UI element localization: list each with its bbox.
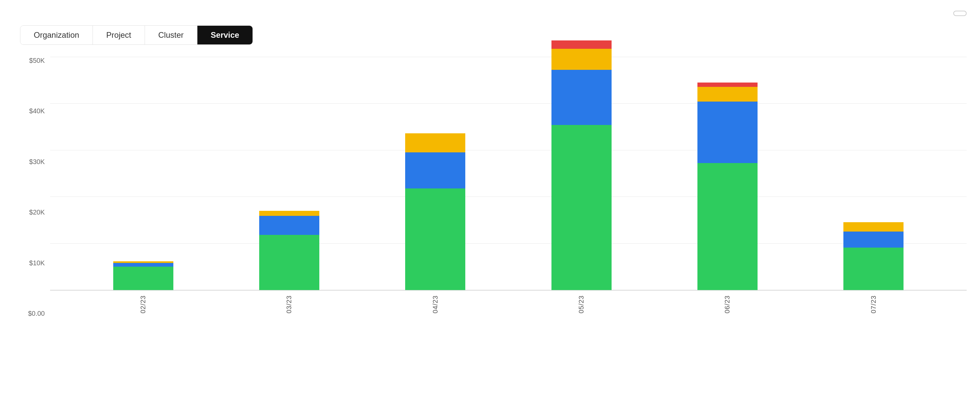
bar-segment-yellow [697, 87, 757, 102]
group-by-row: Organization Project Cluster Service [13, 25, 967, 45]
bar-segment-blue [405, 152, 465, 188]
chart-inner: 02/2303/2304/2305/2306/2307/23 [50, 57, 967, 291]
x-axis-label: 04/23 [431, 295, 439, 314]
bar-segment-blue [113, 263, 173, 267]
export-area [948, 11, 967, 16]
x-axis-label: 06/23 [724, 295, 731, 314]
x-axis-label: 03/23 [285, 295, 293, 314]
bar-stack [405, 133, 465, 290]
y-axis-label: $40K [29, 107, 45, 115]
csv-button[interactable] [953, 11, 967, 16]
x-axis-label: 07/23 [870, 295, 877, 314]
chart-area: $50K$40K$30K$20K$10K$0.00 02/2303/2304/2… [13, 57, 967, 344]
bar-segment-yellow [405, 133, 465, 152]
bar-stack [697, 83, 757, 290]
x-labels: 02/2303/2304/2305/2306/2307/23 [50, 295, 967, 314]
bar-segment-yellow [259, 211, 319, 216]
page-header [13, 11, 967, 16]
tab-project[interactable]: Project [93, 26, 145, 45]
bar-segment-green [697, 163, 757, 290]
bar-segment-green [405, 188, 465, 290]
bar-group [405, 133, 465, 290]
y-axis-label: $30K [29, 158, 45, 166]
bar-segment-green [259, 235, 319, 290]
x-axis-label: 05/23 [578, 295, 585, 314]
bar-segment-blue [552, 70, 612, 125]
bar-segment-yellow [843, 222, 904, 232]
y-axis-label: $20K [29, 208, 45, 216]
y-axis-label: $10K [29, 259, 45, 267]
bar-segment-green [843, 248, 904, 290]
bar-segment-yellow [552, 49, 612, 70]
bar-group [552, 40, 612, 290]
bar-stack [259, 211, 319, 290]
bar-segment-blue [259, 216, 319, 235]
bar-segment-red [552, 40, 612, 49]
bar-segment-green [113, 267, 173, 290]
bar-group [259, 211, 319, 290]
bars-container [50, 57, 967, 290]
bar-segment-blue [843, 232, 904, 248]
group-tabs: Organization Project Cluster Service [20, 25, 253, 45]
bar-stack [552, 40, 612, 290]
bar-group [843, 222, 904, 290]
bar-segment-blue [697, 102, 757, 163]
tab-organization[interactable]: Organization [21, 26, 93, 45]
bar-stack [843, 222, 904, 290]
bar-segment-red [697, 83, 757, 87]
bar-stack [113, 261, 173, 290]
y-axis-label: $0.00 [28, 310, 45, 317]
bar-segment-green [552, 125, 612, 290]
bar-group [113, 261, 173, 290]
bar-group [697, 83, 757, 290]
x-axis-label: 02/23 [139, 295, 147, 314]
y-axis-label: $50K [29, 57, 45, 64]
tab-cluster[interactable]: Cluster [145, 26, 197, 45]
y-axis: $50K$40K$30K$20K$10K$0.00 [13, 57, 50, 317]
tab-service[interactable]: Service [197, 26, 253, 45]
